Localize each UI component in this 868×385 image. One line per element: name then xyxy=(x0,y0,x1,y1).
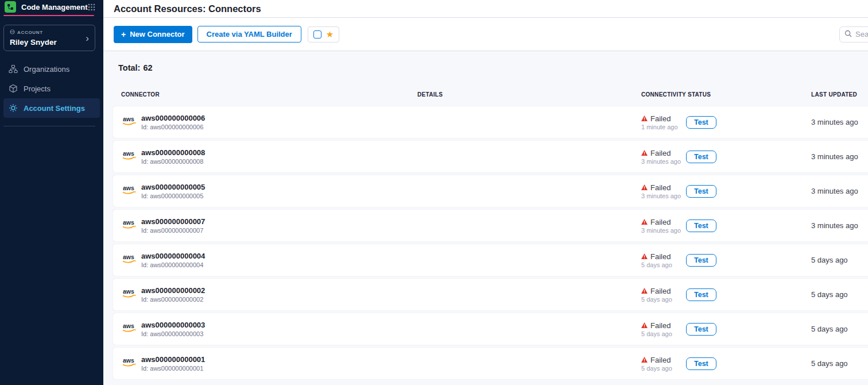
aws-logo-icon: aws xyxy=(121,150,137,164)
warning-triangle-icon xyxy=(641,252,648,261)
sidebar: Code Management ACCOUNT Riley Snyder › xyxy=(0,0,103,385)
table-row[interactable]: aws aws000000000004 Id: aws000000000004 … xyxy=(113,244,868,276)
warning-triangle-icon xyxy=(641,149,648,157)
status-label: Failed xyxy=(650,287,671,295)
account-label: ACCOUNT xyxy=(17,30,43,35)
aws-logo-icon: aws xyxy=(121,253,137,267)
star-icon: ★ xyxy=(326,30,334,38)
sidebar-divider xyxy=(3,126,95,126)
connector-name: aws000000000006 xyxy=(141,114,205,122)
total-label: Total: xyxy=(118,63,140,72)
search-input[interactable] xyxy=(855,30,868,38)
connector-id: Id: aws000000000008 xyxy=(141,158,205,165)
yaml-builder-button[interactable]: Create via YAML Builder xyxy=(197,26,301,43)
aws-logo-icon: aws xyxy=(121,288,137,302)
total-count: Total: 62 xyxy=(118,63,868,72)
total-value: 62 xyxy=(143,63,152,72)
account-icon xyxy=(10,29,15,36)
table-row[interactable]: aws aws000000000008 Id: aws000000000008 … xyxy=(113,141,868,172)
module-title: Code Management xyxy=(21,3,88,11)
new-connector-button[interactable]: + New Connector xyxy=(114,26,192,43)
search-box[interactable] xyxy=(839,26,868,43)
account-selector[interactable]: ACCOUNT Riley Snyder › xyxy=(3,25,95,51)
gear-icon xyxy=(9,103,18,113)
status-label: Failed xyxy=(650,149,671,157)
table-header-row: CONNECTOR DETAILS CONNECTIVITY STATUS LA… xyxy=(113,91,868,98)
table-row[interactable]: aws aws000000000002 Id: aws000000000002 … xyxy=(113,279,868,310)
organizations-icon xyxy=(9,64,18,74)
svg-text:aws: aws xyxy=(123,184,134,191)
module-switcher-grid-icon[interactable] xyxy=(88,3,95,11)
test-button[interactable]: Test xyxy=(686,254,716,267)
connector-name: aws000000000003 xyxy=(141,321,205,329)
projects-cube-icon xyxy=(9,84,18,93)
status-time: 3 minutes ago xyxy=(641,227,686,234)
favorites-filter-group[interactable]: ★ xyxy=(308,26,339,43)
test-button[interactable]: Test xyxy=(686,357,716,370)
test-button[interactable]: Test xyxy=(686,185,716,198)
warning-triangle-icon xyxy=(641,218,648,226)
new-connector-label: New Connector xyxy=(130,30,184,38)
connector-id: Id: aws000000000004 xyxy=(141,261,205,268)
connector-name: aws000000000002 xyxy=(141,286,205,295)
status-time: 3 minutes ago xyxy=(641,158,686,165)
sidebar-item-label: Organizations xyxy=(24,65,69,74)
test-button[interactable]: Test xyxy=(686,116,716,129)
status-label: Failed xyxy=(650,114,671,123)
aws-logo-icon: aws xyxy=(121,116,137,129)
test-button[interactable]: Test xyxy=(686,151,716,163)
table-row[interactable]: aws aws000000000007 Id: aws000000000007 … xyxy=(113,210,868,241)
table-row[interactable]: aws aws000000000001 Id: aws000000000001 … xyxy=(113,348,868,379)
status-label: Failed xyxy=(650,183,671,192)
test-button[interactable]: Test xyxy=(686,220,716,232)
sidebar-item-organizations[interactable]: Organizations xyxy=(3,59,100,79)
sidebar-item-label: Projects xyxy=(24,84,51,93)
page-titlebar: Account Resources: Connectors xyxy=(103,0,868,18)
status-time: 5 days ago xyxy=(641,330,686,337)
connector-id: Id: aws000000000007 xyxy=(141,227,205,234)
last-updated: 3 minutes ago xyxy=(811,118,868,126)
connector-id: Id: aws000000000001 xyxy=(141,365,205,372)
last-updated: 5 days ago xyxy=(811,359,868,368)
status-time: 5 days ago xyxy=(641,261,686,268)
sidebar-item-projects[interactable]: Projects xyxy=(3,79,100,98)
plus-icon: + xyxy=(121,30,126,39)
last-updated: 3 minutes ago xyxy=(811,187,868,195)
favorites-checkbox[interactable] xyxy=(313,30,321,38)
column-connector: CONNECTOR xyxy=(113,91,417,98)
column-connectivity-status: CONNECTIVITY STATUS xyxy=(641,91,811,98)
aws-logo-icon: aws xyxy=(121,219,137,233)
table-row[interactable]: aws aws000000000003 Id: aws000000000003 … xyxy=(113,313,868,345)
connectors-list-section: Total: 62 CONNECTOR DETAILS CONNECTIVITY… xyxy=(103,51,868,379)
toolbar: + New Connector Create via YAML Builder … xyxy=(103,18,868,51)
svg-text:aws: aws xyxy=(123,219,134,226)
last-updated: 5 days ago xyxy=(811,290,868,299)
warning-triangle-icon xyxy=(641,183,648,192)
test-button[interactable]: Test xyxy=(686,288,716,301)
code-management-logo-icon[interactable] xyxy=(5,1,16,13)
account-name: Riley Snyder xyxy=(10,38,89,47)
svg-text:aws: aws xyxy=(123,357,134,364)
connector-id: Id: aws000000000002 xyxy=(141,296,205,303)
column-details: DETAILS xyxy=(417,91,641,98)
table-row[interactable]: aws aws000000000006 Id: aws000000000006 … xyxy=(113,106,868,138)
connector-name: aws000000000005 xyxy=(141,183,205,191)
connector-name: aws000000000007 xyxy=(141,217,205,226)
table-row[interactable]: aws aws000000000005 Id: aws000000000005 … xyxy=(113,175,868,207)
status-time: 3 minutes ago xyxy=(641,192,686,199)
status-label: Failed xyxy=(650,218,671,226)
svg-text:aws: aws xyxy=(123,253,134,260)
status-time: 5 days ago xyxy=(641,365,686,372)
connector-name: aws000000000004 xyxy=(141,252,205,260)
svg-text:aws: aws xyxy=(123,116,134,122)
status-label: Failed xyxy=(650,252,671,261)
last-updated: 5 days ago xyxy=(811,256,868,264)
warning-triangle-icon xyxy=(641,114,648,123)
status-label: Failed xyxy=(650,356,671,364)
chevron-right-icon: › xyxy=(86,33,89,43)
table-body: aws aws000000000006 Id: aws000000000006 … xyxy=(113,106,868,379)
connector-name: aws000000000008 xyxy=(141,148,205,157)
sidebar-item-account-settings[interactable]: Account Settings xyxy=(3,98,100,118)
test-button[interactable]: Test xyxy=(686,323,716,336)
aws-logo-icon: aws xyxy=(121,184,137,198)
